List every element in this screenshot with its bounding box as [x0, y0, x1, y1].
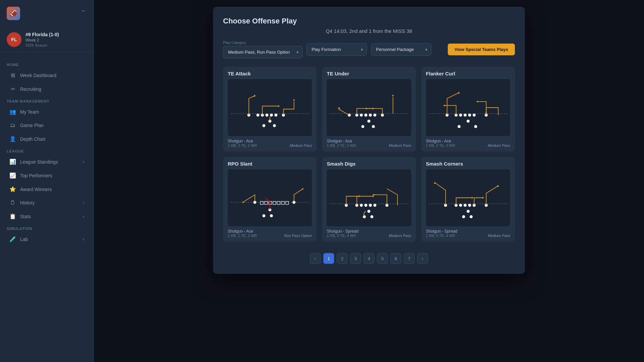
- svg-point-4: [265, 114, 268, 117]
- play-diagram-te-under: [327, 79, 411, 136]
- svg-point-37: [473, 114, 476, 117]
- svg-point-11: [273, 124, 276, 127]
- svg-point-60: [270, 214, 273, 217]
- pagination-page-5[interactable]: 5: [377, 253, 388, 264]
- play-formation-info: Shotgun - Spread 1 RB, 0 TE, 4 WR: [327, 229, 358, 238]
- play-formation-name: Shotgun - Ace: [426, 139, 455, 143]
- team-name: #9 Florida (1-0): [25, 32, 59, 37]
- play-card-te-under[interactable]: TE Under: [322, 67, 416, 152]
- play-formation-info: Shotgun - Ace 1 RB, 2 TE, 2 WR: [228, 229, 257, 238]
- sidebar-item-stats[interactable]: 📋 Stats ›: [3, 210, 91, 223]
- svg-rect-65: [327, 172, 411, 224]
- play-formation-name: Shotgun - Spread: [327, 229, 358, 234]
- play-diagram-smash-corners: [426, 169, 510, 226]
- play-formation-info: Shotgun - Ace 1 RB, 2 TE, 2 WR: [228, 139, 257, 147]
- sidebar-item-label: Award Winners: [20, 187, 52, 192]
- svg-point-18: [360, 114, 363, 117]
- game-plan-icon: 🗂: [9, 122, 16, 128]
- sidebar-item-game-plan[interactable]: 🗂 Game Plan: [3, 119, 91, 132]
- sidebar-item-label: Lab: [20, 237, 28, 242]
- sidebar-item-label: Top Performers: [20, 173, 52, 178]
- play-card-flanker-curl[interactable]: Flanker Curl: [421, 67, 515, 152]
- play-card-te-attack[interactable]: TE Attack: [223, 67, 317, 152]
- team-season: 2029 Season: [25, 43, 59, 47]
- sidebar-item-history[interactable]: 🗒 History ›: [3, 196, 91, 209]
- pagination-page-6[interactable]: 6: [390, 253, 401, 264]
- chevron-right-icon: ›: [83, 214, 84, 219]
- pagination-page-7[interactable]: 7: [404, 253, 415, 264]
- sidebar-item-league-standings[interactable]: 📊 League Standings ›: [3, 155, 91, 168]
- pagination-prev[interactable]: ‹: [310, 253, 321, 264]
- sidebar-section-team-mgmt: TEAM MANAGEMENT: [0, 96, 94, 105]
- pagination-next[interactable]: ›: [417, 253, 428, 264]
- svg-point-84: [464, 204, 467, 207]
- play-formation-select[interactable]: Play Formation Shotgun - Ace Shotgun - S…: [307, 43, 367, 56]
- svg-point-20: [369, 114, 372, 117]
- sidebar-item-label: Game Plan: [20, 123, 44, 128]
- play-diagram-smash-digs: [327, 169, 411, 226]
- sidebar-item-top-performers[interactable]: 📈 Top Performers: [3, 169, 91, 182]
- play-diagram-flanker-curl: [426, 79, 510, 136]
- sidebar-item-lab[interactable]: 🧪 Lab ›: [3, 233, 91, 246]
- team-info: FL #9 Florida (1-0) Week 2 2029 Season: [0, 27, 94, 53]
- play-formation-control: Play Formation Shotgun - Ace Shotgun - S…: [307, 43, 367, 56]
- play-type-label: Medium Pass: [488, 234, 510, 238]
- pagination: ‹ 1 2 3 4 5 6 7 ›: [223, 250, 515, 264]
- sidebar-item-recruiting[interactable]: ✂ Recruiting: [3, 82, 91, 96]
- depth-chart-icon: 👤: [9, 136, 16, 142]
- play-card-footer: Shotgun - Ace 1 RB, 2 TE, 2 WR Medium Pa…: [322, 136, 416, 152]
- svg-point-91: [470, 215, 473, 218]
- play-title: Smash Digs: [322, 157, 416, 169]
- play-title: TE Under: [322, 67, 416, 79]
- play-formation-info: Shotgun - Ace 1 RB, 2 TE, 2 WR: [426, 139, 455, 147]
- svg-point-41: [458, 125, 461, 128]
- sidebar-collapse-button[interactable]: ←: [81, 7, 87, 14]
- play-personnel: 1 RB, 2 TE, 2 WR: [426, 143, 455, 147]
- svg-point-85: [468, 204, 471, 207]
- play-type-label: Medium Pass: [488, 143, 510, 147]
- play-formation-wrapper: Play Formation Shotgun - Ace Shotgun - S…: [307, 43, 367, 56]
- sidebar-item-my-team[interactable]: 👥 My Team: [3, 105, 91, 118]
- svg-point-89: [467, 210, 470, 213]
- play-type-label: Medium Pass: [290, 143, 312, 147]
- recruiting-icon: ✂: [9, 86, 16, 92]
- sidebar-item-week-dashboard[interactable]: ⊞ Week Dashboard: [3, 69, 91, 82]
- sidebar-item-label: Depth Chart: [20, 136, 45, 142]
- modal-controls: Play Category Medium Pass, Run Pass Opti…: [223, 41, 515, 58]
- play-formation-name: Shotgun - Ace: [327, 139, 356, 143]
- play-card-footer: Shotgun - Ace 1 RB, 2 TE, 2 WR Run Pass …: [223, 226, 317, 242]
- play-formation-info: Shotgun - Spread 1 RB, 0 TE, 4 WR: [426, 229, 458, 238]
- pagination-page-3[interactable]: 3: [350, 253, 361, 264]
- modal-subtitle: Q4 14:03, 2nd and 1 from the MISS 38: [223, 28, 515, 34]
- personnel-package-select[interactable]: Personnel Package 1 RB, 2 TE, 2 WR 1 RB,…: [371, 43, 431, 56]
- sidebar-item-depth-chart[interactable]: 👤 Depth Chart: [3, 132, 91, 145]
- sidebar-section-league: LEAGUE: [0, 146, 94, 155]
- pagination-page-4[interactable]: 4: [364, 253, 374, 264]
- play-personnel: 1 RB, 2 TE, 2 WR: [228, 143, 257, 147]
- svg-point-75: [363, 215, 366, 218]
- view-special-teams-button[interactable]: View Special Teams Plays: [448, 44, 515, 55]
- play-category-select[interactable]: Medium Pass, Run Pass Option Short Pass …: [223, 46, 303, 58]
- svg-point-26: [372, 125, 375, 128]
- svg-point-34: [459, 114, 462, 117]
- league-standings-icon: 📊: [9, 159, 16, 165]
- svg-point-6: [274, 114, 277, 117]
- play-card-rpo-slant[interactable]: RPO Slant: [223, 157, 317, 242]
- play-personnel: 1 RB, 2 TE, 2 WR: [327, 143, 356, 147]
- play-formation-name: Shotgun - Spread: [426, 229, 458, 234]
- play-card-smash-corners[interactable]: Smash Corners: [421, 157, 515, 242]
- pagination-page-1[interactable]: 1: [323, 253, 334, 264]
- pagination-page-2[interactable]: 2: [337, 253, 347, 264]
- sidebar-item-label: History: [20, 200, 35, 205]
- personnel-package-wrapper: Personnel Package 1 RB, 2 TE, 2 WR 1 RB,…: [371, 43, 431, 56]
- svg-point-90: [462, 215, 465, 218]
- avatar: FL: [7, 32, 21, 47]
- play-category-label: Play Category: [223, 41, 303, 45]
- history-icon: 🗒: [9, 200, 16, 206]
- svg-point-19: [365, 114, 368, 117]
- sidebar-section-home: HOME: [0, 59, 94, 68]
- svg-point-71: [373, 204, 376, 207]
- play-formation-name: Shotgun - Ace: [228, 229, 257, 234]
- play-card-smash-digs[interactable]: Smash Digs: [322, 157, 416, 242]
- sidebar-item-award-winners[interactable]: ⭐ Award Winners: [3, 183, 91, 196]
